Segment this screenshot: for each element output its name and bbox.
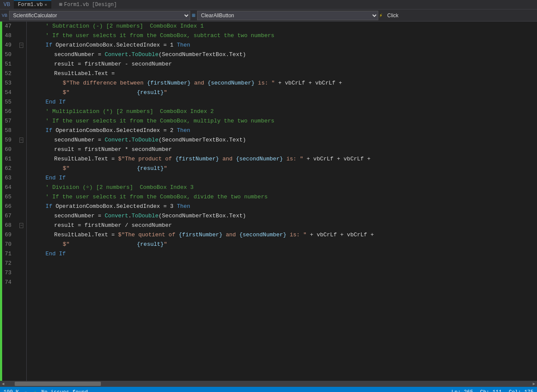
code-token: result = firstNumber - secondNumber xyxy=(54,60,172,69)
click-button[interactable]: Click xyxy=(383,11,402,20)
string-dollar-token: $" xyxy=(63,88,70,97)
string-token xyxy=(69,88,137,97)
string-token: " xyxy=(164,164,167,173)
status-left: 100 % ▾ ✓ No issues found xyxy=(3,389,88,392)
keyword-token: End If xyxy=(46,97,66,107)
gutter-row xyxy=(17,60,26,69)
interp-token: {firstNumber} xyxy=(147,78,191,88)
line-number: 56 xyxy=(5,107,14,116)
collapse-button[interactable]: − xyxy=(19,43,23,48)
tab-label: Form1.vb xyxy=(18,2,43,8)
code-token: . xyxy=(128,211,132,221)
code-token: ResultLabel.Text = xyxy=(54,230,118,240)
table-row: secondNumber = Convert.ToDouble(SecondNu… xyxy=(28,211,535,221)
gutter-row xyxy=(17,31,26,41)
string-dollar-token: $" xyxy=(118,154,125,164)
line-number: 65 xyxy=(5,192,14,202)
gutter-row xyxy=(17,259,26,268)
comment-token: ' If the user selects it from the ComboB… xyxy=(46,192,268,202)
table-row: result = firstNumber / secondNumber xyxy=(28,221,535,230)
interp-token: {secondNumber} xyxy=(236,154,283,164)
table-row: ' Division (÷) [2 numbers] ComboBox Inde… xyxy=(28,183,535,192)
method-select[interactable]: ClearAllButton xyxy=(197,11,378,20)
table-row: End If xyxy=(28,97,535,107)
keyword-token: Then xyxy=(177,126,190,135)
table-row: ' If the user selects it from the ComboB… xyxy=(28,31,535,41)
string-token: is: " xyxy=(254,78,275,88)
table-row: If OperationComboBox.SelectedIndex = 1 T… xyxy=(28,41,535,50)
class-select[interactable]: ScientificCalculator xyxy=(9,11,190,20)
interp-token: {secondNumber} xyxy=(207,78,254,88)
string-token: " xyxy=(164,240,167,249)
line-number: 69 xyxy=(5,230,14,240)
interp-token: {result} xyxy=(137,240,163,249)
string-token: The difference between xyxy=(69,78,147,88)
table-row: secondNumber = Convert.ToDouble(SecondNu… xyxy=(28,135,535,145)
table-row: result = firstNumber * secondNumber xyxy=(28,145,535,154)
zoom-dropdown[interactable]: ▾ xyxy=(24,389,27,392)
string-token: is: " xyxy=(283,154,303,164)
line-number: 68 xyxy=(5,221,14,230)
code-area: 4748495051525354555657585960616263646566… xyxy=(0,22,537,381)
string-token: The quotient of xyxy=(125,230,179,240)
interp-token: {firstNumber} xyxy=(179,230,222,240)
table-row: ResultLabel.Text = xyxy=(28,69,535,78)
table-row: ' Multiplication (*) [2 numbers] ComboBo… xyxy=(28,107,535,116)
keyword-token: If xyxy=(46,202,56,211)
scrollbar-thumb[interactable] xyxy=(15,382,101,386)
table-row: $"The difference between {firstNumber} a… xyxy=(28,78,535,88)
string-token: and xyxy=(219,154,236,164)
toolbar: VB ScientificCalculator ⊞ ClearAllButton… xyxy=(0,9,537,22)
line-number: 54 xyxy=(5,88,14,97)
code-token: . xyxy=(128,50,132,60)
collapse-button[interactable]: − xyxy=(19,223,23,228)
gutter-row[interactable]: − xyxy=(17,41,26,50)
gutter-row xyxy=(17,278,26,287)
line-number: 53 xyxy=(5,78,14,88)
keyword-token: Then xyxy=(177,41,190,50)
collapse-button[interactable]: − xyxy=(19,138,23,143)
tab-form1vb-design[interactable]: ⊞ Form1.vb [Design] xyxy=(55,0,121,9)
editor-wrapper: 4748495051525354555657585960616263646566… xyxy=(0,22,537,381)
interp-token: {result} xyxy=(137,164,163,173)
line-number: 52 xyxy=(5,69,14,78)
line-number: 70 xyxy=(5,240,14,249)
code-lines: ' Subtraction (-) [2 numbers] ComboBox I… xyxy=(27,22,537,381)
string-token: and xyxy=(191,78,207,88)
code-token: + vbCrLf + vbCrLf + xyxy=(307,230,374,240)
scroll-left[interactable]: ◀ xyxy=(0,381,6,386)
horizontal-scrollbar[interactable]: ◀ ▶ xyxy=(0,381,537,387)
line-number: 55 xyxy=(5,97,14,107)
code-token: (SecondNumberTextBox.Text) xyxy=(158,50,246,60)
method-token: ToDouble xyxy=(132,135,158,145)
scroll-right[interactable]: ▶ xyxy=(531,381,537,386)
vb-icon2: ⊞ xyxy=(192,12,195,19)
gutter-row xyxy=(17,116,26,126)
gutter-row xyxy=(17,211,26,221)
col-label: Col: 175 xyxy=(509,389,534,392)
table-row: End If xyxy=(28,249,535,259)
gutter-row[interactable]: − xyxy=(17,221,26,230)
gutter-row[interactable]: − xyxy=(17,135,26,145)
line-number: 49 xyxy=(5,41,14,50)
code-token: (SecondNumberTextBox.Text) xyxy=(158,135,246,145)
gutter-row xyxy=(17,145,26,154)
table-row: $" {result}" xyxy=(28,164,535,173)
line-number: 50 xyxy=(5,50,14,60)
line-number: 59 xyxy=(5,135,14,145)
keyword-token: End If xyxy=(46,173,66,183)
status-text: No issues found xyxy=(41,389,88,392)
string-dollar-token: $" xyxy=(63,164,70,173)
line-number: 64 xyxy=(5,183,14,192)
string-dollar-token: $" xyxy=(63,240,70,249)
table-row: ResultLabel.Text = $"The product of {fir… xyxy=(28,154,535,164)
close-icon[interactable]: ✕ xyxy=(44,2,47,7)
gutter-row xyxy=(17,230,26,240)
tab-form1vb[interactable]: Form1.vb ✕ xyxy=(14,0,52,9)
line-number: 47 xyxy=(5,22,14,31)
gutter-row xyxy=(17,202,26,211)
ln-label: Ln: 265 xyxy=(452,389,473,392)
code-token: secondNumber = xyxy=(54,211,105,221)
gutter-row xyxy=(17,97,26,107)
gutter-row xyxy=(17,126,26,135)
